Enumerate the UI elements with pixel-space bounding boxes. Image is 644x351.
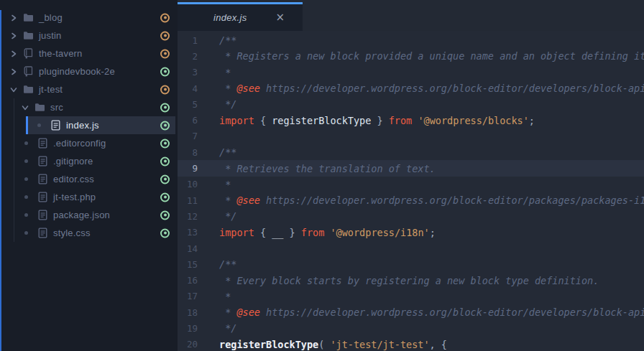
- line-number: 4: [178, 83, 207, 94]
- green-target-badge-icon[interactable]: [160, 192, 170, 202]
- orange-target-badge-icon[interactable]: [160, 31, 170, 40]
- sidebar-item-jt-test[interactable]: jt-test: [0, 80, 178, 98]
- chevron-right-icon[interactable]: [9, 67, 19, 77]
- sidebar-item-package-json[interactable]: package.json: [0, 206, 178, 224]
- sidebar-item-label: src: [50, 102, 63, 113]
- green-target-badge-icon[interactable]: [160, 228, 170, 238]
- folder-icon: [22, 30, 34, 42]
- token-punctuation: ;: [430, 227, 436, 238]
- sidebar-item-blog[interactable]: _blog: [0, 9, 178, 27]
- app-window: _blogjustinthe-tavernplugindevbook-2ejt-…: [0, 0, 644, 351]
- code-line[interactable]: 15/**: [178, 256, 644, 272]
- code-line[interactable]: 5 */: [178, 96, 644, 112]
- code-line[interactable]: 9 * Retrieves the translation of text.: [178, 160, 644, 176]
- line-number: 19: [178, 323, 207, 334]
- sidebar-item-gitignore[interactable]: .gitignore: [0, 152, 178, 170]
- editor-area: index.js × 1/**2 * Registers a new block…: [178, 0, 644, 351]
- token-comment: * Retrieves the translation of text.: [219, 163, 436, 174]
- line-content: /**: [207, 146, 236, 158]
- code-line[interactable]: 8/**: [178, 144, 644, 160]
- sidebar-item-content: index.js: [37, 120, 99, 131]
- sidebar-item-src[interactable]: src: [0, 98, 178, 116]
- token-keyword: import: [219, 227, 254, 238]
- sidebar-item-jt-test-php[interactable]: jt-test.php: [0, 188, 178, 206]
- green-target-badge-icon[interactable]: [160, 174, 170, 184]
- code-line[interactable]: 7: [178, 128, 644, 144]
- code-line[interactable]: 18 * @see https://developer.wordpress.or…: [178, 304, 644, 320]
- code-line[interactable]: 17 *: [178, 289, 644, 304]
- file-icon: [37, 156, 48, 167]
- sidebar-item-editor-css[interactable]: editor.css: [0, 170, 178, 188]
- line-content: */: [207, 210, 236, 222]
- green-target-badge-icon[interactable]: [160, 103, 170, 112]
- line-number: 2: [178, 51, 207, 62]
- chevron-right-icon[interactable]: [9, 49, 19, 59]
- green-target-badge-icon[interactable]: [160, 210, 170, 220]
- code-line[interactable]: 6import { registerBlockType } from '@wor…: [178, 112, 644, 128]
- chevron-right-icon[interactable]: [9, 31, 19, 41]
- line-content: registerBlockType( 'jt-test/jt-test', {: [207, 339, 447, 350]
- file-icon: [37, 138, 48, 149]
- tab-bar: index.js ×: [178, 0, 644, 31]
- orange-target-badge-icon[interactable]: [160, 13, 170, 22]
- line-content: import { registerBlockType } from '@word…: [207, 115, 535, 126]
- code-line[interactable]: 12 */: [178, 208, 644, 224]
- sidebar-item-editorconfig[interactable]: .editorconfig: [0, 134, 178, 152]
- token-identifier: registerBlockType: [272, 115, 371, 126]
- folder-icon: [34, 102, 45, 113]
- file-icon: [37, 192, 48, 203]
- window-left-accent-edge: [0, 10, 1, 351]
- sidebar-item-index-js[interactable]: index.js: [0, 116, 178, 134]
- explorer-sidebar: _blogjustinthe-tavernplugindevbook-2ejt-…: [0, 0, 178, 351]
- tab-close-icon[interactable]: ×: [275, 12, 285, 23]
- sidebar-item-style-css[interactable]: style.css: [0, 224, 178, 242]
- token-string: '@wordpress/i18n': [330, 227, 429, 238]
- code-line[interactable]: 13import { __ } from '@wordpress/i18n';: [178, 225, 644, 240]
- tab-index-js[interactable]: index.js ×: [178, 2, 303, 31]
- line-content: * @see https://developer.wordpress.org/b…: [207, 195, 644, 206]
- token-doc-tag: @see: [236, 83, 260, 94]
- code-line[interactable]: 20registerBlockType( 'jt-test/jt-test', …: [178, 337, 644, 351]
- code-line[interactable]: 10 *: [178, 177, 644, 192]
- orange-target-badge-icon[interactable]: [160, 85, 170, 94]
- token-string: 'jt-test/jt-test': [330, 339, 429, 350]
- sidebar-item-label: plugindevbook-2e: [39, 66, 115, 77]
- line-number: 12: [178, 211, 207, 222]
- code-line[interactable]: 16 * Every block starts by registering a…: [178, 272, 644, 288]
- sidebar-item-justin[interactable]: justin: [0, 27, 178, 45]
- green-target-badge-icon[interactable]: [160, 67, 170, 76]
- code-view[interactable]: 1/**2 * Registers a new block provided a…: [178, 31, 644, 351]
- token-punctuation: }: [283, 227, 300, 238]
- green-target-badge-icon[interactable]: [160, 139, 170, 148]
- code-line[interactable]: 4 * @see https://developer.wordpress.org…: [178, 80, 644, 96]
- line-number: 8: [178, 147, 207, 158]
- sidebar-item-label: .editorconfig: [53, 138, 106, 149]
- green-target-badge-icon[interactable]: [160, 156, 170, 166]
- token-punctuation: ;: [529, 115, 535, 126]
- token-comment: /**: [219, 146, 236, 158]
- token-punctuation: }: [371, 115, 388, 126]
- folder-icon: [22, 84, 34, 95]
- code-line[interactable]: 3 *: [178, 65, 644, 80]
- code-line[interactable]: 19 */: [178, 320, 644, 336]
- chevron-down-icon[interactable]: [9, 85, 19, 95]
- green-target-badge-icon[interactable]: [160, 121, 170, 130]
- orange-target-badge-icon[interactable]: [160, 49, 170, 58]
- line-number: 20: [178, 339, 207, 350]
- file-icon: [37, 210, 48, 221]
- line-number: 16: [178, 275, 207, 286]
- modified-dot-icon: [24, 159, 28, 163]
- code-line[interactable]: 2 * Registers a new block provided a uni…: [178, 48, 644, 64]
- repo-icon: [22, 48, 34, 60]
- code-line[interactable]: 14: [178, 240, 644, 256]
- code-line[interactable]: 11 * @see https://developer.wordpress.or…: [178, 192, 644, 208]
- sidebar-item-plugindevbook-2e[interactable]: plugindevbook-2e: [0, 62, 178, 80]
- sidebar-item-the-tavern[interactable]: the-tavern: [0, 45, 178, 62]
- line-number: 9: [178, 163, 207, 174]
- code-line[interactable]: 1/**: [178, 32, 644, 48]
- sidebar-item-content: style.css: [24, 228, 91, 239]
- chevron-down-icon[interactable]: [20, 103, 30, 113]
- line-number: 3: [178, 67, 207, 78]
- chevron-right-icon[interactable]: [9, 13, 19, 23]
- sidebar-item-content: justin: [9, 30, 62, 42]
